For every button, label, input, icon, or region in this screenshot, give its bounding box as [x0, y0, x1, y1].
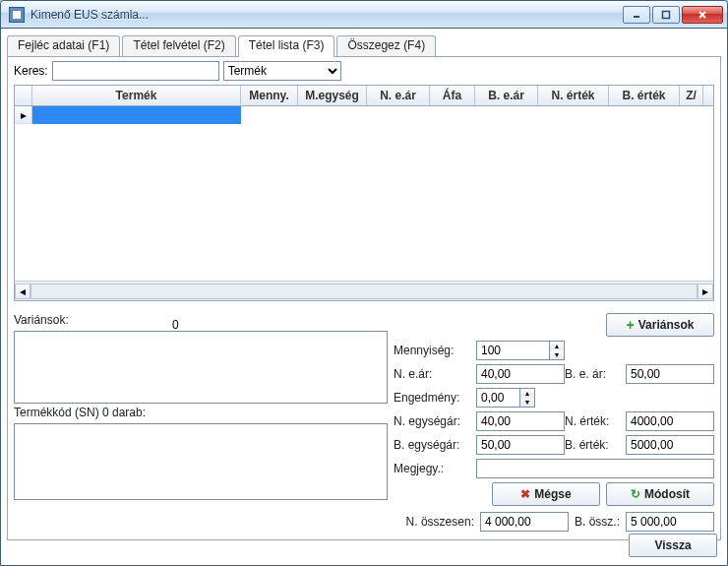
- spin-down-icon[interactable]: ▼: [550, 350, 564, 359]
- b-egysegar-label: B. egységár:: [394, 438, 476, 452]
- variansok-button[interactable]: + Variánsok: [606, 313, 714, 337]
- search-label: Keres:: [14, 64, 48, 78]
- b-ertek-input[interactable]: [626, 435, 714, 455]
- selected-cell[interactable]: [32, 106, 241, 124]
- col-bertek[interactable]: B. érték: [609, 86, 680, 105]
- minimize-button[interactable]: [623, 6, 650, 24]
- mennyiseg-stepper[interactable]: ▲▼: [476, 341, 565, 360]
- item-grid[interactable]: Termék Menny. M.egység N. e.ár Áfa B. e.…: [14, 85, 714, 301]
- n-egysegar-label: N. egységár:: [394, 414, 476, 428]
- engedmeny-stepper[interactable]: ▲▼: [476, 388, 535, 408]
- tab-tetel-lista[interactable]: Tétel lista (F3): [238, 35, 335, 57]
- scroll-track[interactable]: [30, 283, 698, 299]
- mennyiseg-input[interactable]: [476, 341, 549, 360]
- n-egysegar-input[interactable]: [476, 411, 565, 431]
- termekkod-label: Termékkód (SN) 0 darab:: [14, 406, 388, 419]
- modosit-button[interactable]: ↻ Módosít: [606, 482, 714, 506]
- client-area: Fejléc adatai (F1) Tétel felvétel (F2) T…: [1, 29, 727, 565]
- col-nertek[interactable]: N. érték: [538, 86, 609, 105]
- termekkod-list[interactable]: [14, 423, 388, 500]
- engedmeny-input[interactable]: [476, 388, 519, 408]
- tab-body: Keres: Termék Termék Menny. M.egység N. …: [7, 56, 721, 540]
- refresh-icon: ↻: [631, 487, 640, 501]
- megjegy-label: Megjegy.:: [394, 462, 476, 475]
- left-column: Variánsok: 0 Termékkód (SN) 0 darab:: [14, 313, 388, 500]
- search-input[interactable]: [52, 61, 219, 81]
- n-ear-input[interactable]: [476, 364, 565, 384]
- col-termek[interactable]: Termék: [32, 86, 241, 105]
- scroll-right-icon[interactable]: ▸: [698, 283, 713, 299]
- cancel-icon: ✖: [520, 487, 530, 501]
- col-menny[interactable]: Menny.: [241, 86, 298, 105]
- n-ertek-input[interactable]: [626, 411, 714, 431]
- tab-tetel-felvetel[interactable]: Tétel felvétel (F2): [122, 35, 235, 57]
- b-ossz-label: B. össz.:: [575, 515, 620, 529]
- b-ertek-label: B. érték:: [565, 438, 626, 452]
- titlebar[interactable]: Kimenő EUS számla...: [1, 1, 727, 29]
- search-filter-select[interactable]: Termék: [223, 61, 341, 81]
- vissza-button[interactable]: Vissza: [629, 534, 717, 557]
- b-egysegar-input[interactable]: [476, 435, 565, 455]
- footer: Vissza: [629, 534, 717, 557]
- megjegy-input[interactable]: [476, 459, 714, 478]
- grid-header: Termék Menny. M.egység N. e.ár Áfa B. e.…: [15, 86, 713, 106]
- variansok-list[interactable]: 0: [14, 331, 388, 404]
- lower-panel: Variánsok: 0 Termékkód (SN) 0 darab: + V…: [14, 313, 714, 500]
- maximize-button[interactable]: [652, 6, 680, 24]
- close-button[interactable]: [682, 6, 723, 24]
- b-ossz-field: [626, 512, 714, 532]
- totals-row: N. összesen: B. össz.:: [14, 510, 714, 534]
- n-ertek-label: N. érték:: [565, 414, 626, 428]
- scroll-left-icon[interactable]: ◂: [15, 283, 30, 299]
- col-megyseg[interactable]: M.egység: [298, 86, 367, 105]
- grid-scroll[interactable]: ◂ ▸: [15, 281, 713, 300]
- row-indicator-icon: ▸: [15, 106, 32, 124]
- tab-osszegez[interactable]: Összegez (F4): [336, 35, 436, 57]
- plus-icon: +: [627, 317, 635, 333]
- spin-down-icon[interactable]: ▼: [520, 398, 534, 407]
- search-row: Keres: Termék: [14, 61, 714, 81]
- col-afa[interactable]: Áfa: [430, 86, 475, 105]
- col-z[interactable]: Z/: [680, 86, 703, 105]
- form-grid: Mennyiség: ▲▼ N. e.ár: B. e. ár: Engedmé…: [394, 341, 714, 478]
- n-osszesen-label: N. összesen:: [406, 515, 474, 529]
- spin-up-icon[interactable]: ▲: [550, 342, 564, 350]
- b-ear-label: B. e. ár:: [565, 367, 626, 381]
- tab-fejlec[interactable]: Fejléc adatai (F1): [7, 35, 120, 57]
- mennyiseg-label: Mennyiség:: [394, 344, 476, 357]
- app-window: Kimenő EUS számla... Fejléc adatai (F1) …: [0, 0, 728, 566]
- b-ear-input[interactable]: [626, 364, 714, 384]
- tabstrip: Fejléc adatai (F1) Tétel felvétel (F2) T…: [7, 34, 721, 56]
- spin-up-icon[interactable]: ▲: [520, 389, 534, 398]
- megse-button[interactable]: ✖ Mégse: [492, 482, 600, 506]
- n-osszesen-field: [480, 512, 569, 532]
- variansok-label: Variánsok:: [14, 313, 388, 327]
- svg-rect-1: [663, 11, 670, 18]
- grid-body[interactable]: ▸: [15, 106, 713, 280]
- col-bear[interactable]: B. e.ár: [475, 86, 538, 105]
- n-ear-label: N. e.ár:: [394, 367, 476, 381]
- app-icon: [9, 7, 25, 23]
- variansok-count: 0: [172, 318, 179, 332]
- action-row: ✖ Mégse ↻ Módosít: [394, 482, 714, 506]
- col-near[interactable]: N. e.ár: [367, 86, 430, 105]
- window-title: Kimenő EUS számla...: [30, 8, 623, 22]
- engedmeny-label: Engedmény:: [394, 391, 476, 405]
- right-column: + Variánsok Mennyiség: ▲▼ N. e.ár:: [394, 313, 714, 500]
